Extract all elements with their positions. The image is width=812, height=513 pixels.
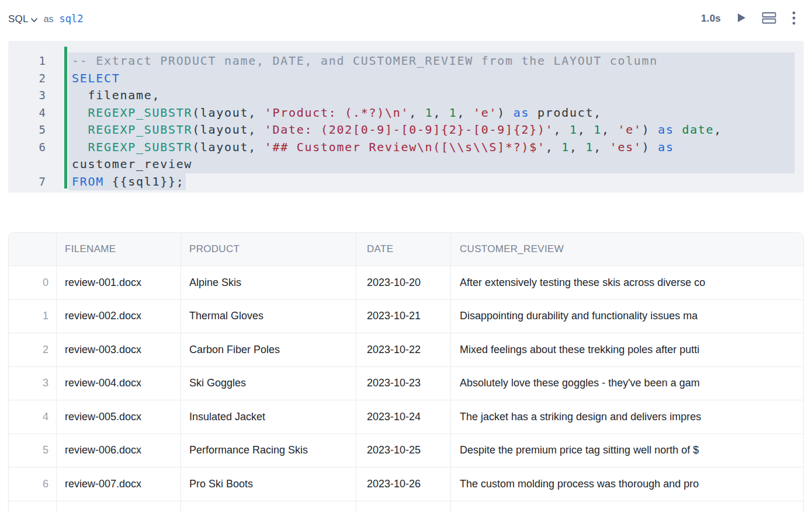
cell-product: Ski Goggles bbox=[181, 367, 356, 400]
column-header-date[interactable]: DATE bbox=[356, 233, 451, 266]
more-options-button[interactable] bbox=[792, 11, 796, 27]
code-token: , bbox=[409, 106, 425, 120]
cell-date: 2023-10-26 bbox=[356, 467, 451, 501]
code-token: customer_review bbox=[72, 157, 192, 171]
code-token: ) bbox=[642, 123, 658, 137]
column-header-index[interactable] bbox=[9, 233, 57, 266]
cell-filename: review-003.docx bbox=[57, 333, 181, 367]
table-row-3[interactable]: 3review-004.docxSki Goggles2023-10-23Abs… bbox=[9, 367, 803, 401]
line-number: 4 bbox=[8, 104, 46, 122]
column-header-filename[interactable]: FILENAME bbox=[57, 233, 181, 266]
cell-product: Performance Racing Skis bbox=[181, 434, 356, 467]
cell-date: 2023-10-20 bbox=[356, 266, 451, 299]
code-token: 1 bbox=[449, 106, 457, 120]
code-line-content: -- Extract PRODUCT name, DATE, and CUSTO… bbox=[68, 53, 794, 70]
code-token: REGEXP_SUBSTR bbox=[88, 123, 192, 137]
code-token: as bbox=[513, 106, 529, 120]
line-number: 2 bbox=[8, 70, 46, 88]
code-token: , bbox=[553, 123, 569, 137]
code-token: (layout, bbox=[192, 123, 265, 137]
code-token: 'Date: (202[0-9]-[0-9]{2}-[0-9]{2})' bbox=[265, 123, 554, 137]
code-token: as bbox=[658, 123, 674, 137]
display-table-button[interactable] bbox=[762, 11, 776, 26]
code-token: REGEXP_SUBSTR bbox=[88, 106, 192, 120]
code-token: 'e' bbox=[473, 106, 497, 120]
cell-date: 2023-10-23 bbox=[356, 367, 451, 400]
table-row-1[interactable]: 1review-002.docxThermal Gloves2023-10-21… bbox=[9, 300, 803, 334]
line-number: 3 bbox=[8, 87, 46, 104]
cell-customer_review: Mixed feelings about these trekking pole… bbox=[451, 333, 803, 367]
code-token: {{sql1}}; bbox=[104, 175, 184, 189]
cell-date bbox=[356, 501, 451, 513]
code-token: ) bbox=[497, 106, 513, 120]
table-row-7[interactable] bbox=[9, 501, 803, 513]
code-token: 'e' bbox=[617, 123, 641, 137]
table-row-4[interactable]: 4review-005.docxInsulated Jacket2023-10-… bbox=[9, 400, 803, 434]
table-body: 0review-001.docxAlpine Skis2023-10-20Aft… bbox=[9, 266, 803, 513]
code-token: , bbox=[578, 123, 594, 137]
code-token: 'es' bbox=[610, 140, 642, 154]
code-token: (layout, bbox=[192, 140, 265, 154]
code-token: 1 bbox=[425, 106, 433, 120]
cell-product bbox=[181, 501, 356, 513]
code-token: 1 bbox=[594, 123, 602, 137]
code-token: (layout, bbox=[192, 106, 265, 120]
code-token: , bbox=[433, 106, 449, 120]
code-token bbox=[72, 106, 88, 120]
code-line-content: REGEXP_SUBSTR(layout, 'Product: (.*?)\n'… bbox=[68, 104, 794, 122]
cell-customer_review: The jacket has a striking design and del… bbox=[451, 400, 803, 434]
code-line-1[interactable]: 1-- Extract PRODUCT name, DATE, and CUST… bbox=[8, 53, 794, 70]
run-button[interactable] bbox=[737, 13, 746, 25]
cell-date: 2023-10-24 bbox=[356, 400, 451, 434]
code-line-6[interactable]: 6 REGEXP_SUBSTR(layout, '## Customer Rev… bbox=[8, 139, 794, 156]
column-header-product[interactable]: PRODUCT bbox=[181, 233, 356, 266]
cell-identity: SQL as sql2 bbox=[8, 13, 83, 25]
code-line-5[interactable]: 5 REGEXP_SUBSTR(layout, 'Date: (202[0-9]… bbox=[8, 121, 794, 139]
cell-date: 2023-10-25 bbox=[356, 434, 451, 467]
column-header-customer_review[interactable]: CUSTOMER_REVIEW bbox=[451, 233, 803, 266]
code-token: , bbox=[457, 106, 473, 120]
sql-code-editor[interactable]: 1-- Extract PRODUCT name, DATE, and CUST… bbox=[8, 41, 804, 193]
table-row-0[interactable]: 0review-001.docxAlpine Skis2023-10-20Aft… bbox=[9, 266, 803, 300]
code-line-wrap-6[interactable]: customer_review bbox=[8, 156, 794, 173]
line-number: 1 bbox=[8, 53, 46, 70]
code-line-4[interactable]: 4 REGEXP_SUBSTR(layout, 'Product: (.*?)\… bbox=[8, 104, 794, 122]
code-token: , bbox=[546, 140, 561, 154]
code-line-2[interactable]: 2SELECT bbox=[8, 70, 794, 88]
code-line-content: customer_review bbox=[68, 156, 794, 173]
cell-filename: review-005.docx bbox=[57, 400, 181, 434]
sql-editor-cell[interactable]: 1-- Extract PRODUCT name, DATE, and CUST… bbox=[8, 41, 804, 193]
cell-accent-bar bbox=[64, 47, 67, 189]
line-number: 5 bbox=[8, 121, 46, 139]
code-token: ) bbox=[642, 140, 658, 154]
cell-product: Alpine Skis bbox=[181, 266, 356, 299]
table-row-2[interactable]: 2review-003.docxCarbon Fiber Poles2023-1… bbox=[9, 333, 803, 367]
cell-actions: 1.0s bbox=[701, 11, 796, 27]
code-line-3[interactable]: 3 filename, bbox=[8, 87, 794, 104]
code-line-content: filename, bbox=[68, 87, 794, 104]
code-token: 1 bbox=[585, 140, 594, 154]
as-label: as bbox=[44, 14, 54, 25]
code-token: SELECT bbox=[72, 71, 120, 85]
code-line-content: REGEXP_SUBSTR(layout, 'Date: (202[0-9]-[… bbox=[68, 121, 794, 139]
table-row-6[interactable]: 6review-007.docxPro Ski Boots2023-10-26T… bbox=[9, 467, 803, 501]
cell-type-dropdown[interactable]: SQL bbox=[8, 13, 38, 25]
cell-customer_review: Absolutely love these goggles - they've … bbox=[451, 367, 803, 400]
cell-filename: review-004.docx bbox=[57, 367, 181, 400]
code-token: , bbox=[570, 140, 585, 154]
line-number: 7 bbox=[8, 173, 46, 191]
cell-index: 4 bbox=[9, 400, 57, 434]
table-header-row: FILENAMEPRODUCTDATECUSTOMER_REVIEW bbox=[9, 233, 803, 266]
code-token: 1 bbox=[561, 140, 570, 154]
code-token: 1 bbox=[570, 123, 578, 137]
cell-product: Carbon Fiber Poles bbox=[181, 333, 356, 367]
cell-index: 1 bbox=[9, 300, 57, 333]
cell-customer_review: Despite the premium price tag sitting we… bbox=[451, 434, 803, 467]
code-token: as bbox=[658, 140, 674, 154]
code-line-7[interactable]: 7FROM {{sql1}}; bbox=[8, 173, 794, 191]
cell-product: Insulated Jacket bbox=[181, 400, 356, 434]
cell-name-field[interactable]: sql2 bbox=[60, 13, 84, 25]
code-token: filename, bbox=[72, 88, 160, 102]
kebab-menu-icon bbox=[792, 11, 796, 27]
table-row-5[interactable]: 5review-006.docxPerformance Racing Skis2… bbox=[9, 434, 803, 468]
